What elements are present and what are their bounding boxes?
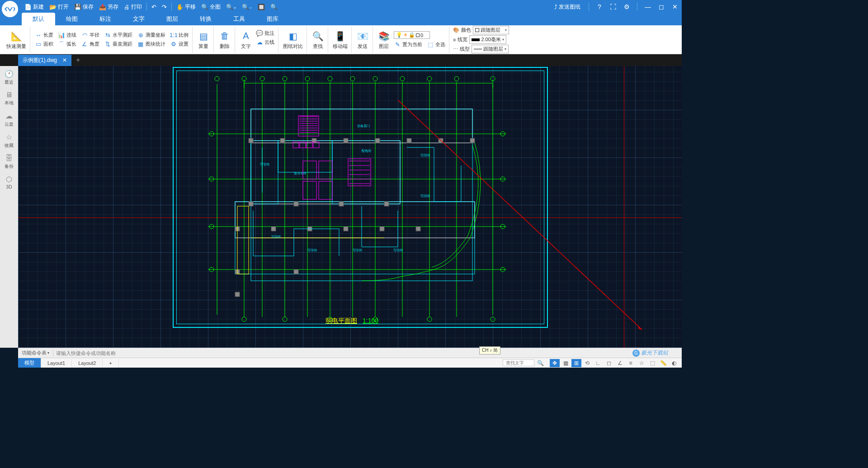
undo-button[interactable]: ↶ [151, 4, 156, 10]
color-select[interactable]: 跟随图层 [473, 26, 509, 34]
text-button[interactable]: A文字 [240, 30, 252, 50]
tab-default[interactable]: 默认 [22, 13, 55, 25]
add-tab-button[interactable]: + [71, 56, 85, 64]
osnap-icon: ◻ [607, 360, 611, 366]
layout-tab-model[interactable]: 模型 [18, 358, 41, 368]
lineweight-select[interactable]: 2.00毫米 [469, 35, 506, 44]
sidebar-local[interactable]: 🖥本地 [5, 91, 14, 106]
help-button[interactable]: ? [594, 3, 604, 10]
coord-button[interactable]: ⊕测量坐标 [137, 32, 165, 39]
settings-button[interactable]: ⚙ [622, 3, 632, 10]
command-label[interactable]: 功能命令表▾ [18, 350, 53, 356]
tool-toggle[interactable]: ⬚ [647, 359, 657, 367]
sidebar-recent[interactable]: 🕐最近 [5, 70, 14, 85]
zoomprev-icon: 🔍 [270, 4, 278, 10]
sidebar-3d[interactable]: ⬡3D [6, 175, 12, 189]
continuous-button[interactable]: 📊连续 [58, 32, 76, 39]
pan-button[interactable]: ✋平移 [176, 3, 196, 11]
search-button[interactable]: 🔍 [535, 359, 545, 367]
add-layout-button[interactable]: + [103, 359, 118, 367]
open-button[interactable]: 📂打开 [49, 3, 69, 11]
close-button[interactable]: ✕ [670, 3, 680, 10]
linetype-select[interactable]: 跟随图层 [472, 45, 509, 53]
command-input[interactable] [53, 350, 682, 356]
zoomin-button[interactable]: 🔍₊ [226, 4, 236, 10]
snap-toggle[interactable]: ✥ [550, 359, 560, 367]
grid-toggle[interactable]: ▦ [561, 359, 571, 367]
polar-toggle[interactable]: ⟲ [582, 359, 592, 367]
monochrome-toggle[interactable]: ◐ [669, 359, 679, 367]
undo-icon: ↶ [151, 4, 156, 10]
send-drawing-button[interactable]: ⤴发送图纸 [554, 3, 580, 11]
grid2-toggle[interactable]: ⊞ [571, 359, 581, 367]
save-button[interactable]: 💾保存 [74, 3, 94, 11]
area-button[interactable]: ▭面积 [35, 41, 53, 48]
coord-icon: ⊕ [137, 32, 144, 39]
compare-button[interactable]: ◧图纸对比 [283, 30, 303, 50]
layout-tab-2[interactable]: Layout2 [72, 359, 103, 367]
search-text-input[interactable] [503, 359, 534, 366]
zoomout-button[interactable]: 🔍₋ [242, 4, 252, 10]
fav-toggle[interactable]: ☆ [637, 359, 646, 367]
vdist-button[interactable]: ⇅垂直测距 [104, 41, 132, 48]
radius-button[interactable]: ◠半径 [81, 32, 99, 39]
find-button[interactable]: 🔍查找 [311, 30, 324, 50]
track-toggle[interactable]: ∠ [615, 359, 625, 367]
new-button[interactable]: 📄新建 [24, 3, 44, 11]
redo-button[interactable]: ↷ [162, 4, 167, 10]
tab-dim[interactable]: 标注 [89, 13, 122, 25]
layout-tab-1[interactable]: Layout1 [41, 359, 72, 367]
close-tab-button[interactable]: ✕ [62, 57, 67, 63]
print-button[interactable]: 🖨打印 [124, 3, 142, 11]
tab-convert[interactable]: 转换 [189, 13, 222, 25]
osnap-toggle[interactable]: ◻ [604, 359, 614, 367]
lwt-toggle[interactable]: ≡ [626, 359, 636, 367]
zoomwin-button[interactable]: 🔲 [258, 4, 265, 10]
note-button[interactable]: 💬批注 [256, 30, 274, 37]
svg-rect-60 [470, 138, 475, 143]
drawing-canvas[interactable]: 写字间 写字间 写字间 写字间 写字间 写字间 写字间 第-0-47# 配电间 … [18, 66, 682, 348]
open-icon: 📂 [49, 4, 57, 10]
svg-text:写字间: 写字间 [393, 249, 403, 252]
sidebar-backup[interactable]: 🗄备份 [5, 154, 14, 170]
fullscreen-button[interactable]: ⛶ [608, 3, 618, 10]
blockstat-button[interactable]: ▦图块统计 [137, 41, 165, 48]
zoomprev-button[interactable]: 🔍 [270, 4, 278, 10]
tab-layer[interactable]: 图层 [156, 13, 189, 25]
setcurrent-button[interactable]: ✎置为当前 [394, 41, 422, 48]
arc-button[interactable]: ⌒弧长 [58, 41, 76, 48]
length-button[interactable]: ↔长度 [35, 32, 53, 39]
scale-button[interactable]: 1:1比例 [170, 32, 189, 39]
cloud-button[interactable]: ☁云线 [256, 39, 274, 46]
ruler-toggle[interactable]: 📏 [658, 359, 668, 367]
tab-tools[interactable]: 工具 [222, 13, 256, 25]
tab-draw[interactable]: 绘图 [55, 13, 89, 25]
quick-measure-button[interactable]: 📐快速测量 [6, 30, 26, 50]
sidebar-cloud[interactable]: ☁云盘 [5, 112, 14, 128]
saveas-button[interactable]: 📤另存 [99, 3, 118, 11]
tab-text[interactable]: 文字 [122, 13, 156, 25]
sidebar-favorites[interactable]: ☆收藏 [5, 133, 14, 149]
angle-button[interactable]: ∠角度 [81, 41, 99, 48]
svg-point-19 [215, 76, 219, 81]
settings-button2[interactable]: ⚙设置 [170, 41, 189, 48]
delete-button[interactable]: 🗑删除 [218, 30, 231, 50]
mono-icon: ◐ [672, 360, 676, 366]
send-button[interactable]: 📧发送 [356, 30, 369, 50]
hdist-button[interactable]: ⇆水平测距 [104, 32, 132, 39]
layer-selector[interactable]: 💡☀🔒0 [394, 31, 430, 39]
svg-rect-68 [344, 227, 348, 231]
layer-button[interactable]: 📚图层 [377, 30, 390, 50]
minimize-button[interactable]: — [643, 3, 653, 10]
ortho-toggle[interactable]: ∟ [593, 359, 603, 367]
tab-gallery[interactable]: 图库 [256, 13, 289, 25]
mobile-button[interactable]: 📱移动端 [333, 30, 348, 50]
properties-group: 🎨颜色跟随图层 ≡线宽2.00毫米 ⋯线型跟随图层 [450, 26, 512, 53]
selectall-button[interactable]: ⬚全选 [427, 41, 445, 48]
maximize-button[interactable]: ◻ [656, 3, 666, 10]
zoomextents-button[interactable]: 🔍全图 [201, 3, 221, 11]
svg-point-39 [242, 317, 246, 321]
file-tab-active[interactable]: 示例图(1).dwg ✕ [18, 55, 71, 66]
share-icon: ⤴ [554, 4, 557, 10]
calc-button[interactable]: ▤算量 [197, 30, 210, 50]
